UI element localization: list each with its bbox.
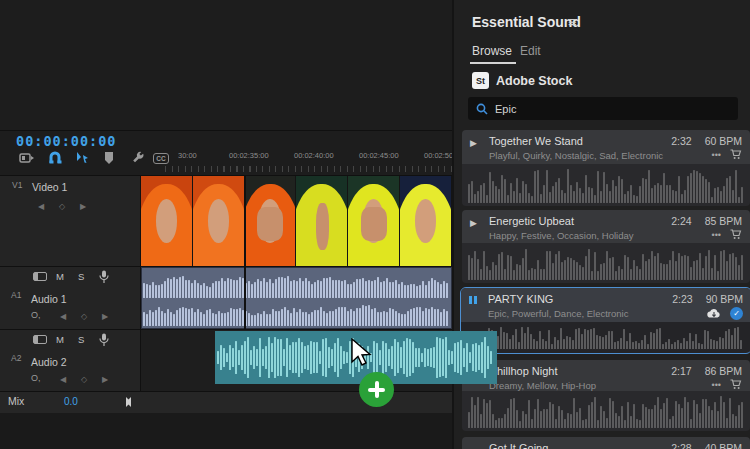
more-options-icon[interactable]: ••• (712, 230, 721, 240)
timeline-ruler[interactable] (165, 166, 452, 172)
cart-icon[interactable] (730, 229, 742, 240)
linked-selection-icon[interactable] (73, 150, 91, 166)
track-bpm: 85 BPM (705, 215, 742, 227)
audio-track-id: A2 (11, 353, 21, 363)
track-tags: Dreamy, Mellow, Hip-Hop (489, 380, 664, 391)
mute-button[interactable]: M (56, 271, 64, 282)
play-icon[interactable] (470, 442, 482, 445)
active-tab-underline (470, 62, 516, 64)
source-patch-icon[interactable] (33, 272, 47, 281)
ruler-label: 00:02:50:00 (424, 151, 452, 160)
track-duration: 2:24 (671, 215, 691, 227)
preview-waveform[interactable] (462, 164, 750, 206)
cloud-download-icon[interactable] (707, 308, 721, 319)
added-check-icon: ✓ (730, 307, 743, 320)
prev-keyframe-icon[interactable]: ◀ (60, 375, 66, 384)
track-title: Got It Going (489, 442, 664, 449)
ruler-label: 30:00 (178, 151, 197, 160)
play-icon[interactable]: ▶ (470, 135, 482, 148)
audio-waveform (143, 298, 450, 326)
audio-stock-item[interactable]: ▶ Energetic Upbeat Happy, Festive, Occas… (462, 210, 750, 243)
panel-title: Essential Sound (472, 14, 581, 30)
selected-item-info[interactable]: PARTY KING Epic, Powerful, Dance, Electr… (461, 288, 750, 322)
add-clip-plus-badge (359, 372, 394, 407)
track-duration: 2:17 (671, 365, 691, 377)
track-title: PARTY KING (488, 293, 665, 305)
track-title: Chillhop Night (489, 365, 664, 377)
track-duration: 2:28 (671, 442, 691, 449)
search-input[interactable] (495, 103, 730, 115)
voiceover-mic-icon[interactable] (99, 270, 109, 288)
audio-track-name: Audio 1 (31, 293, 67, 305)
ruler-label: 00:02:40:00 (294, 151, 334, 160)
adobe-stock-label: Adobe Stock (496, 74, 572, 88)
video-clip-track[interactable] (141, 176, 452, 266)
preview-waveform[interactable] (461, 322, 750, 352)
track-duration: 2:23 (672, 293, 692, 305)
preview-waveform[interactable] (462, 391, 750, 431)
track-tags: Happy, Festive, Occasion, Holiday (489, 230, 664, 241)
audio-clip[interactable] (141, 267, 452, 329)
search-box[interactable] (468, 97, 738, 120)
next-keyframe-icon[interactable]: ▶ (102, 312, 108, 321)
track-title: Together We Stand (489, 135, 664, 147)
solo-button[interactable]: S (78, 334, 84, 345)
audio-track-id: A1 (11, 290, 21, 300)
audio-stock-item[interactable]: ▶ Together We Stand Playful, Quirky, Nos… (462, 130, 750, 164)
video-clip-thumbnail (400, 176, 452, 266)
solo-button[interactable]: S (78, 271, 84, 282)
cart-icon[interactable] (730, 149, 742, 160)
more-options-icon[interactable]: ••• (712, 150, 721, 160)
ruler-label: 00:02:45:00 (359, 151, 399, 160)
snap-magnet-icon[interactable] (46, 150, 64, 166)
play-icon[interactable]: ▶ (470, 215, 482, 228)
video-clip-thumbnail (141, 176, 193, 266)
voiceover-mic-icon[interactable] (99, 333, 109, 351)
keyframe-icon[interactable]: O, (31, 310, 41, 320)
timeline-settings-wrench-icon[interactable] (128, 150, 146, 166)
next-keyframe-icon[interactable]: ▶ (80, 202, 86, 211)
mix-track-label: Mix (8, 395, 24, 407)
keyframe-icon[interactable]: O, (31, 373, 41, 383)
playhead-timecode[interactable]: 00:00:00:00 (16, 133, 116, 149)
panel-menu-icon[interactable]: ≡ (568, 13, 577, 30)
mix-volume-value[interactable]: 0.0 (64, 396, 78, 407)
audio-stock-item-selected[interactable]: PARTY KING Epic, Powerful, Dance, Electr… (460, 287, 750, 354)
add-marker-icon[interactable] (100, 150, 118, 166)
next-keyframe-icon[interactable]: ▶ (102, 375, 108, 384)
nest-sequence-icon[interactable] (17, 150, 35, 166)
tab-edit[interactable]: Edit (520, 44, 541, 58)
pause-icon[interactable] (469, 293, 481, 304)
track-tags: Epic, Powerful, Dance, Electronic (488, 308, 665, 319)
source-patch-icon[interactable] (33, 335, 47, 344)
video-clip-thumbnail (245, 176, 297, 266)
cart-icon[interactable] (730, 379, 742, 390)
mute-button[interactable]: M (56, 334, 64, 345)
timeline-empty-area (0, 413, 452, 449)
track-bpm: 90 BPM (706, 293, 743, 305)
audio-waveform (143, 270, 450, 298)
more-options-icon[interactable]: ••• (712, 380, 721, 390)
prev-keyframe-icon[interactable]: ◀ (38, 202, 44, 211)
track-bpm: 86 BPM (705, 365, 742, 377)
track-bpm: 40 BPM (705, 442, 742, 449)
track-bpm: 60 BPM (705, 135, 742, 147)
track-duration: 2:32 (671, 135, 691, 147)
crossfade-icon[interactable] (126, 397, 136, 407)
add-keyframe-icon[interactable]: ◇ (81, 375, 87, 384)
video-clip-thumbnail (296, 176, 348, 266)
adobe-stock-badge: St (472, 72, 489, 89)
tab-browse[interactable]: Browse (472, 44, 512, 58)
prev-keyframe-icon[interactable]: ◀ (60, 312, 66, 321)
premiere-pro-window: 00:00:00:00 CC 30:00 00:02:35:00 00:02:4… (0, 0, 750, 449)
audio-track-name: Audio 2 (31, 356, 67, 368)
captions-icon[interactable]: CC (152, 150, 170, 166)
divider (0, 130, 452, 131)
video-clip-thumbnail (193, 176, 245, 266)
audio-stock-item[interactable]: ▶ Chillhop Night Dreamy, Mellow, Hip-Hop… (462, 360, 750, 391)
add-keyframe-icon[interactable]: ◇ (59, 202, 65, 211)
preview-waveform[interactable] (462, 243, 750, 283)
add-keyframe-icon[interactable]: ◇ (81, 312, 87, 321)
track-title: Energetic Upbeat (489, 215, 664, 227)
audio-stock-item[interactable]: Got It Going 2:2840 BPM (462, 437, 750, 449)
